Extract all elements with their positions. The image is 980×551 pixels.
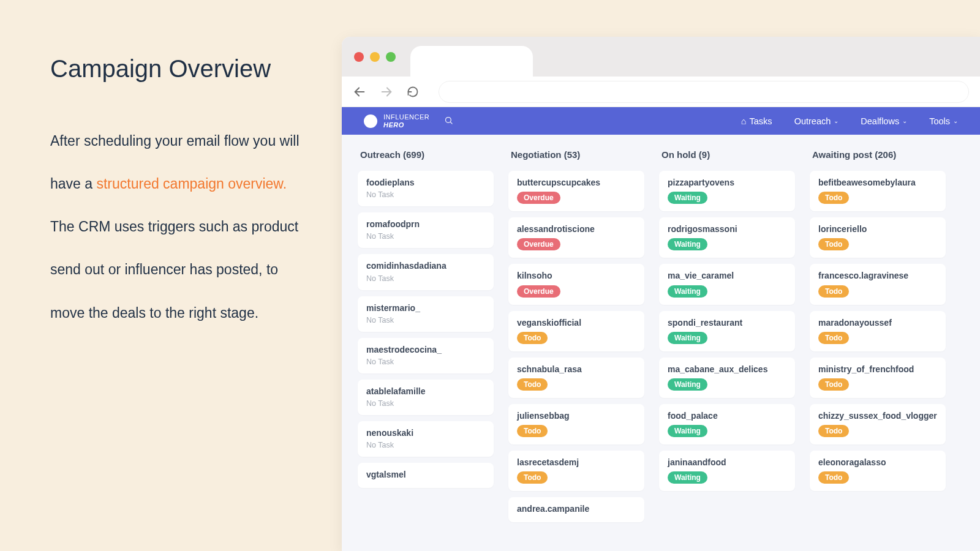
deal-card[interactable]: alessandrotiscioneOverdue	[508, 217, 644, 258]
nav-dealflows[interactable]: Dealflows ⌄	[861, 116, 907, 126]
deal-name: andrea.campanile	[517, 503, 636, 514]
deal-name: lorinceriello	[818, 223, 937, 234]
deal-name: janinaandfood	[668, 457, 786, 468]
column-title: Negotiation (53)	[508, 149, 644, 160]
deal-card[interactable]: pizzapartyovensWaiting	[659, 171, 795, 211]
deal-card[interactable]: kilnsohoOverdue	[508, 264, 644, 304]
app-header: INFLUENCER HERO ⌂ Tasks Outreach ⌄ Dealf…	[342, 107, 980, 135]
nav-tools[interactable]: Tools ⌄	[929, 116, 958, 126]
deal-card[interactable]: romafoodprnNo Task	[358, 212, 494, 248]
deal-card[interactable]: juliensebbagTodo	[508, 404, 644, 444]
status-badge: Overdue	[517, 238, 560, 250]
nav-outreach[interactable]: Outreach ⌄	[794, 116, 839, 126]
deal-card[interactable]: lasrecetasdemjTodo	[508, 451, 644, 491]
deal-card[interactable]: lorincerielloTodo	[810, 217, 946, 258]
status-badge: Todo	[517, 425, 548, 437]
kanban-column: Outreach (699)foodieplansNo Taskromafood…	[358, 149, 494, 522]
svg-line-3	[451, 122, 453, 124]
status-badge: Waiting	[668, 471, 707, 484]
browser-address-bar	[342, 77, 980, 107]
column-title: Awaiting post (206)	[810, 149, 946, 160]
reload-icon[interactable]	[407, 86, 419, 98]
deal-name: maestrodecocina_	[366, 344, 485, 355]
deal-card[interactable]: befitbeawesomebylauraTodo	[810, 171, 946, 211]
status-badge: Waiting	[668, 425, 707, 437]
deal-card[interactable]: maestrodecocina_No Task	[358, 338, 494, 373]
deal-card[interactable]: chizzy_sussex_food_vloggerTodo	[810, 404, 946, 444]
deal-card[interactable]: schnabula_rasaTodo	[508, 358, 644, 398]
deal-card[interactable]: maradonayoussefTodo	[810, 311, 946, 351]
deal-card[interactable]: mistermario_No Task	[358, 296, 494, 332]
deal-name: ma_vie_caramel	[668, 270, 786, 281]
forward-icon[interactable]	[380, 85, 393, 99]
description: After scheduling your email flow you wil…	[50, 119, 311, 334]
status-badge: Todo	[818, 192, 849, 204]
deal-name: nenouskaki	[366, 427, 485, 438]
status-badge: Waiting	[668, 378, 707, 391]
deal-name: mistermario_	[366, 302, 485, 313]
page-title: Campaign Overview	[50, 55, 311, 83]
deal-card[interactable]: food_palaceWaiting	[659, 404, 795, 444]
close-window-icon[interactable]	[354, 52, 364, 62]
status-badge: Overdue	[517, 285, 560, 298]
search-icon[interactable]	[444, 116, 453, 127]
deal-subtext: No Task	[366, 232, 485, 241]
browser-tab-bar	[342, 37, 980, 77]
chevron-down-icon: ⌄	[902, 118, 907, 124]
status-badge: Overdue	[517, 192, 560, 204]
status-badge: Todo	[517, 332, 548, 344]
deal-card[interactable]: comidinhasdadianaNo Task	[358, 254, 494, 290]
deal-subtext: No Task	[366, 441, 485, 449]
deal-card[interactable]: eleonoragalassoTodo	[810, 451, 946, 491]
deal-subtext: No Task	[366, 274, 485, 283]
deal-name: vgtalsmel	[366, 469, 485, 480]
deal-name: ministry_of_frenchfood	[818, 364, 937, 375]
deal-card[interactable]: rodrigosmassoniWaiting	[659, 217, 795, 258]
chevron-down-icon: ⌄	[834, 118, 839, 124]
highlight-text: structured campaign overview.	[96, 176, 287, 192]
deal-card[interactable]: francesco.lagravineseTodo	[810, 264, 946, 304]
kanban-column: Negotiation (53)buttercupscupcakesOverdu…	[508, 149, 644, 522]
deal-name: rodrigosmassoni	[668, 223, 786, 234]
deal-subtext: No Task	[366, 358, 485, 366]
logo[interactable]: INFLUENCER HERO	[364, 113, 429, 128]
deal-card[interactable]: vgtalsmel	[358, 463, 494, 487]
deal-card[interactable]: ma_cabane_aux_delicesWaiting	[659, 358, 795, 398]
deal-card[interactable]: andrea.campanile	[508, 497, 644, 522]
back-icon[interactable]	[353, 85, 366, 99]
status-badge: Waiting	[668, 192, 707, 204]
status-badge: Todo	[517, 378, 548, 391]
deal-name: buttercupscupcakes	[517, 177, 636, 188]
deal-name: eleonoragalasso	[818, 457, 937, 468]
deal-name: atablelafamille	[366, 386, 485, 397]
url-input[interactable]	[439, 81, 969, 103]
maximize-window-icon[interactable]	[386, 52, 396, 62]
chevron-down-icon: ⌄	[953, 118, 958, 124]
minimize-window-icon[interactable]	[370, 52, 380, 62]
deal-card[interactable]: ministry_of_frenchfoodTodo	[810, 358, 946, 398]
deal-card[interactable]: spondi_restaurantWaiting	[659, 311, 795, 351]
deal-name: maradonayoussef	[818, 317, 937, 328]
deal-name: romafoodprn	[366, 219, 485, 230]
status-badge: Todo	[818, 238, 849, 250]
browser-mock: INFLUENCER HERO ⌂ Tasks Outreach ⌄ Dealf…	[342, 0, 980, 551]
deal-card[interactable]: atablelafamilleNo Task	[358, 380, 494, 415]
deal-card[interactable]: ma_vie_caramelWaiting	[659, 264, 795, 304]
deal-name: pizzapartyovens	[668, 177, 786, 188]
status-badge: Todo	[818, 425, 849, 437]
deal-card[interactable]: veganskiofficialTodo	[508, 311, 644, 351]
kanban-column: On hold (9)pizzapartyovensWaitingrodrigo…	[659, 149, 795, 522]
status-badge: Todo	[818, 471, 849, 484]
deal-name: lasrecetasdemj	[517, 457, 636, 468]
deal-card[interactable]: janinaandfoodWaiting	[659, 451, 795, 491]
status-badge: Waiting	[668, 285, 707, 298]
deal-card[interactable]: foodieplansNo Task	[358, 171, 494, 206]
nav-tasks[interactable]: ⌂ Tasks	[741, 116, 772, 126]
deal-name: schnabula_rasa	[517, 364, 636, 375]
deal-card[interactable]: nenouskakiNo Task	[358, 421, 494, 457]
browser-tab[interactable]	[410, 46, 533, 77]
home-icon: ⌂	[741, 116, 747, 126]
logo-icon	[364, 114, 377, 128]
deal-card[interactable]: buttercupscupcakesOverdue	[508, 171, 644, 211]
deal-name: foodieplans	[366, 177, 485, 188]
